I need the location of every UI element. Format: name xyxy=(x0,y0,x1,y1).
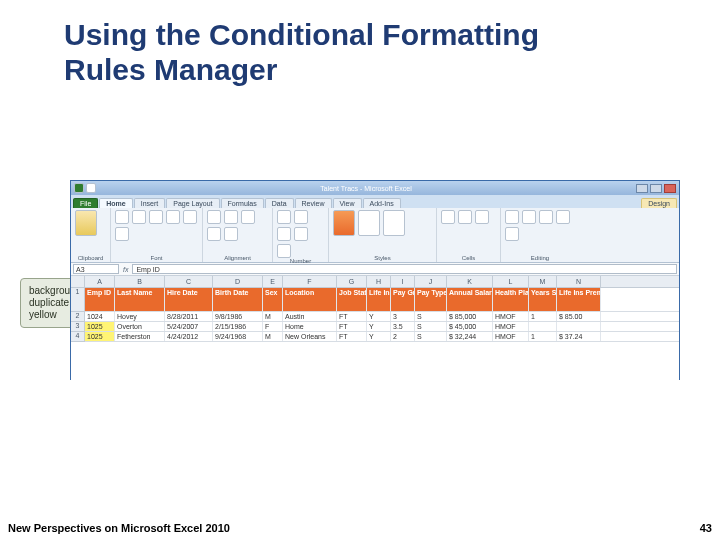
cell[interactable]: $ 45,000 xyxy=(447,322,493,331)
cell[interactable]: Y xyxy=(367,322,391,331)
cell[interactable]: 4/24/2012 xyxy=(165,332,213,341)
cell[interactable]: 9/8/1986 xyxy=(213,312,263,321)
cell[interactable]: Home xyxy=(283,322,337,331)
cell[interactable]: Austin xyxy=(283,312,337,321)
col-H[interactable]: H xyxy=(367,276,391,287)
cell-styles-icon[interactable] xyxy=(383,210,405,236)
align-center-icon[interactable] xyxy=(224,210,238,224)
cell[interactable]: FT xyxy=(337,312,367,321)
cell[interactable]: $ 85,000 xyxy=(447,312,493,321)
cell-duplicate[interactable]: 1025 xyxy=(85,322,115,331)
autosum-icon[interactable] xyxy=(505,210,519,224)
col-B[interactable]: B xyxy=(115,276,165,287)
cell[interactable]: Y xyxy=(367,332,391,341)
col-A[interactable]: A xyxy=(85,276,115,287)
cell[interactable] xyxy=(557,322,601,331)
cell[interactable]: 1024 xyxy=(85,312,115,321)
italic-icon[interactable] xyxy=(132,210,146,224)
tab-formulas[interactable]: Formulas xyxy=(221,198,264,208)
conditional-formatting-icon[interactable] xyxy=(333,210,355,236)
tab-view[interactable]: View xyxy=(333,198,362,208)
maximize-button[interactable] xyxy=(650,184,662,193)
currency-icon[interactable] xyxy=(277,210,291,224)
comma-icon[interactable] xyxy=(277,227,291,241)
border-icon[interactable] xyxy=(166,210,180,224)
cell[interactable]: F xyxy=(263,322,283,331)
close-button[interactable] xyxy=(664,184,676,193)
fx-icon[interactable]: fx xyxy=(123,266,128,273)
col-G[interactable]: G xyxy=(337,276,367,287)
name-box[interactable]: A3 xyxy=(73,264,119,274)
formula-bar[interactable]: Emp ID xyxy=(132,264,677,274)
file-tab[interactable]: File xyxy=(73,198,98,208)
cell[interactable]: HMOF xyxy=(493,312,529,321)
col-M[interactable]: M xyxy=(529,276,557,287)
cell[interactable]: 2 xyxy=(391,332,415,341)
merge-center-icon[interactable] xyxy=(224,227,238,241)
cell[interactable]: FT xyxy=(337,322,367,331)
underline-icon[interactable] xyxy=(149,210,163,224)
bold-icon[interactable] xyxy=(115,210,129,224)
cell[interactable]: M xyxy=(263,312,283,321)
decrease-decimal-icon[interactable] xyxy=(277,244,291,258)
worksheet-grid[interactable]: A B C D E F G H I J K L M N 1 Emp ID Las… xyxy=(71,276,679,380)
cell[interactable]: HMOF xyxy=(493,332,529,341)
cell-duplicate[interactable]: 1025 xyxy=(85,332,115,341)
cell[interactable]: S xyxy=(415,312,447,321)
tab-insert[interactable]: Insert xyxy=(134,198,166,208)
col-F[interactable]: F xyxy=(283,276,337,287)
cell[interactable]: 3.5 xyxy=(391,322,415,331)
cell[interactable]: Hovey xyxy=(115,312,165,321)
col-L[interactable]: L xyxy=(493,276,529,287)
tab-review[interactable]: Review xyxy=(295,198,332,208)
row-header[interactable]: 1 xyxy=(71,288,85,312)
cell[interactable]: New Orleans xyxy=(283,332,337,341)
cell[interactable]: $ 85.00 xyxy=(557,312,601,321)
align-left-icon[interactable] xyxy=(207,210,221,224)
delete-cells-icon[interactable] xyxy=(458,210,472,224)
wrap-text-icon[interactable] xyxy=(207,227,221,241)
cell[interactable]: Fetherston xyxy=(115,332,165,341)
fill-color-icon[interactable] xyxy=(183,210,197,224)
tab-design[interactable]: Design xyxy=(641,198,677,208)
col-K[interactable]: K xyxy=(447,276,493,287)
select-all-corner[interactable] xyxy=(71,276,85,287)
cell[interactable]: 3 xyxy=(391,312,415,321)
cell[interactable]: 1 xyxy=(529,312,557,321)
fill-icon[interactable] xyxy=(522,210,536,224)
tab-addins[interactable]: Add-Ins xyxy=(363,198,401,208)
col-D[interactable]: D xyxy=(213,276,263,287)
cell[interactable]: S xyxy=(415,322,447,331)
cell[interactable]: Y xyxy=(367,312,391,321)
cell[interactable]: 5/24/2007 xyxy=(165,322,213,331)
cell[interactable]: $ 37.24 xyxy=(557,332,601,341)
clear-icon[interactable] xyxy=(539,210,553,224)
col-I[interactable]: I xyxy=(391,276,415,287)
cell[interactable] xyxy=(529,322,557,331)
cell[interactable]: $ 32,244 xyxy=(447,332,493,341)
percent-icon[interactable] xyxy=(294,210,308,224)
insert-cells-icon[interactable] xyxy=(441,210,455,224)
find-select-icon[interactable] xyxy=(505,227,519,241)
cell[interactable]: Overton xyxy=(115,322,165,331)
font-color-icon[interactable] xyxy=(115,227,129,241)
tab-data[interactable]: Data xyxy=(265,198,294,208)
cell[interactable]: M xyxy=(263,332,283,341)
cell[interactable]: 1 xyxy=(529,332,557,341)
col-J[interactable]: J xyxy=(415,276,447,287)
format-as-table-icon[interactable] xyxy=(358,210,380,236)
minimize-button[interactable] xyxy=(636,184,648,193)
sort-filter-icon[interactable] xyxy=(556,210,570,224)
save-icon[interactable] xyxy=(86,183,96,193)
cell[interactable]: 8/28/2011 xyxy=(165,312,213,321)
row-header[interactable]: 4 xyxy=(71,332,85,342)
cell[interactable]: HMOF xyxy=(493,322,529,331)
align-right-icon[interactable] xyxy=(241,210,255,224)
paste-icon[interactable] xyxy=(75,210,97,236)
tab-home[interactable]: Home xyxy=(99,198,132,208)
col-E[interactable]: E xyxy=(263,276,283,287)
increase-decimal-icon[interactable] xyxy=(294,227,308,241)
col-N[interactable]: N xyxy=(557,276,601,287)
cell[interactable]: S xyxy=(415,332,447,341)
cell[interactable]: 2/15/1986 xyxy=(213,322,263,331)
